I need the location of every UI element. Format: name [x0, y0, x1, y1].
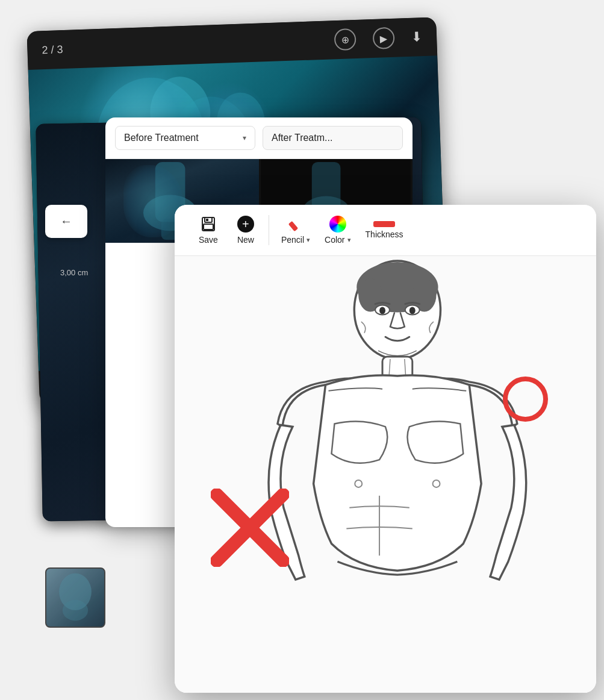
- pencil-dropdown-button[interactable]: Pencil ▾: [274, 212, 317, 248]
- download-icon[interactable]: ⬇: [411, 29, 423, 45]
- before-treatment-dropdown[interactable]: Before Treatment ▾: [115, 126, 255, 150]
- thumbnail-xray: [46, 569, 104, 627]
- annotation-panel: Save + New Pencil ▾: [175, 205, 596, 693]
- zoom-in-icon[interactable]: ⊕: [334, 28, 356, 51]
- after-treatment-dropdown[interactable]: After Treatm...: [263, 126, 403, 150]
- annotation-x-mark: [211, 489, 289, 567]
- svg-point-34: [409, 307, 416, 314]
- pencil-icon: [287, 216, 304, 233]
- back-arrow-icon: ←: [60, 214, 72, 228]
- thickness-label: Thickness: [366, 230, 403, 239]
- before-after-header: Before Treatment ▾ After Treatm...: [105, 117, 413, 159]
- svg-marker-25: [290, 230, 291, 231]
- annotation-toolbar: Save + New Pencil ▾: [175, 205, 596, 256]
- svg-point-13: [63, 600, 88, 621]
- svg-point-33: [379, 307, 385, 314]
- tablet-toolbar-icons: ⊕ ▶ ⬇: [334, 26, 423, 51]
- color-label: Color ▾: [325, 235, 350, 245]
- color-chevron-icon: ▾: [347, 236, 351, 244]
- thickness-icon: [373, 221, 395, 227]
- pencil-label: Pencil ▾: [281, 235, 310, 245]
- before-dropdown-arrow: ▾: [243, 134, 246, 142]
- new-icon: +: [237, 216, 254, 233]
- measurement-label: 3,00 cm: [60, 268, 88, 277]
- body-illustration-svg: [175, 256, 596, 693]
- svg-rect-24: [288, 221, 298, 231]
- annotation-canvas[interactable]: [175, 256, 596, 693]
- save-icon: [200, 216, 217, 233]
- svg-rect-22: [206, 219, 208, 221]
- back-button[interactable]: ←: [45, 205, 87, 238]
- svg-rect-23: [204, 224, 213, 230]
- play-icon[interactable]: ▶: [373, 27, 395, 49]
- thumbnail-image[interactable]: [45, 567, 105, 628]
- new-label: New: [237, 235, 254, 245]
- after-label: After Treatm...: [272, 133, 332, 143]
- pencil-chevron-icon: ▾: [307, 236, 310, 244]
- new-button[interactable]: + New: [228, 212, 264, 248]
- annotation-circle-mark: [503, 377, 548, 422]
- page-indicator: 2 / 3: [42, 43, 63, 56]
- toolbar-divider: [269, 215, 269, 245]
- save-label: Save: [199, 235, 218, 245]
- color-dropdown-button[interactable]: Color ▾: [317, 212, 358, 248]
- color-wheel-icon: [329, 216, 346, 233]
- before-label: Before Treatment: [124, 133, 199, 143]
- save-button[interactable]: Save: [189, 212, 228, 248]
- thickness-dropdown-button[interactable]: Thickness: [358, 217, 411, 243]
